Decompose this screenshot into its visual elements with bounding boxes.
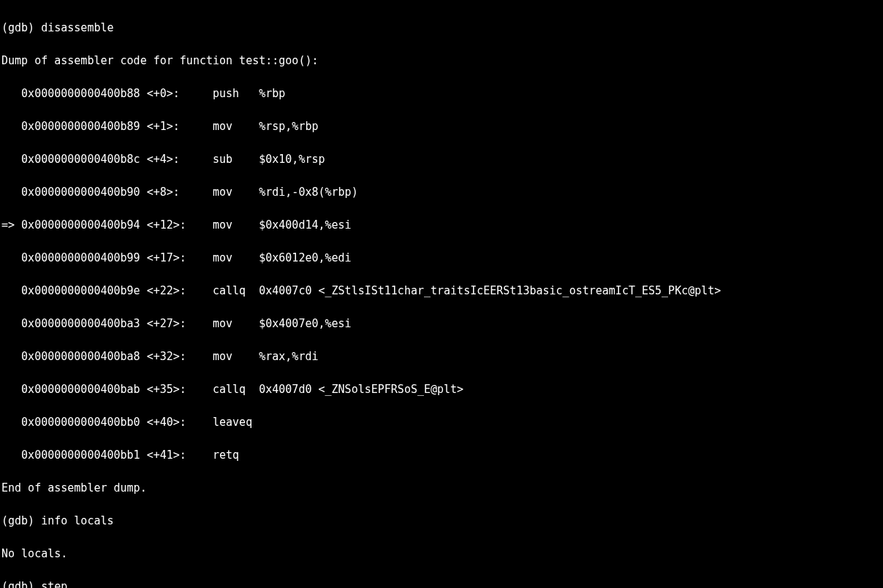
terminal-line: 0x0000000000400b99 <+17>: mov $0x6012e0,… (1, 250, 882, 267)
terminal-line: 0x0000000000400bb0 <+40>: leaveq (1, 414, 882, 431)
terminal-line: 0x0000000000400bab <+35>: callq 0x4007d0… (1, 381, 882, 398)
terminal-line: (gdb) info locals (1, 513, 882, 530)
terminal-line: 0x0000000000400ba3 <+27>: mov $0x4007e0,… (1, 316, 882, 332)
terminal-line: (gdb) disassemble (1, 20, 882, 37)
terminal-line: 0x0000000000400b9e <+22>: callq 0x4007c0… (1, 283, 882, 299)
terminal-line: No locals. (1, 546, 882, 562)
terminal-line: End of assembler dump. (1, 480, 882, 497)
terminal-line: 0x0000000000400ba8 <+32>: mov %rax,%rdi (1, 348, 882, 365)
terminal-line: Dump of assembler code for function test… (1, 53, 882, 69)
terminal-line: 0x0000000000400b8c <+4>: sub $0x10,%rsp (1, 151, 882, 168)
terminal-line: 0x0000000000400b88 <+0>: push %rbp (1, 85, 882, 102)
terminal-output[interactable]: (gdb) disassemble Dump of assembler code… (1, 3, 882, 588)
terminal-line: 0x0000000000400b90 <+8>: mov %rdi,-0x8(%… (1, 184, 882, 201)
terminal-line: (gdb) step (1, 579, 882, 589)
terminal-line: 0x0000000000400b89 <+1>: mov %rsp,%rbp (1, 118, 882, 135)
terminal-line: => 0x0000000000400b94 <+12>: mov $0x400d… (1, 217, 882, 234)
terminal-line: 0x0000000000400bb1 <+41>: retq (1, 447, 882, 464)
